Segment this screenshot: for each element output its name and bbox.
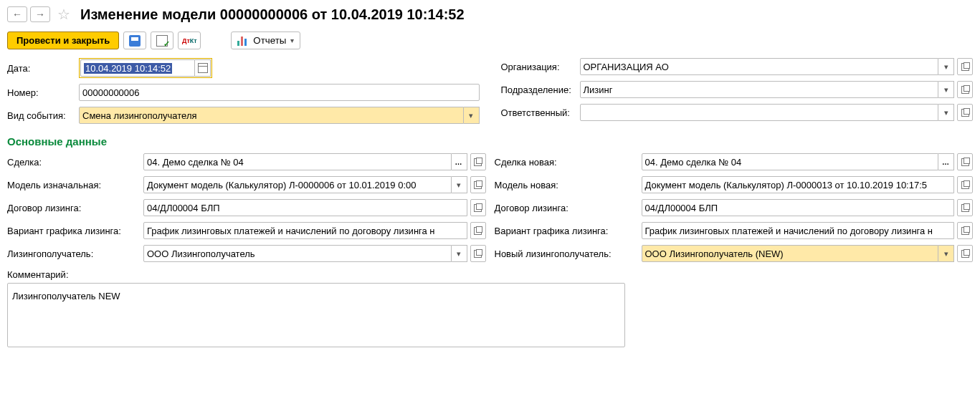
favorite-star-button[interactable]: ☆ xyxy=(54,6,73,23)
model-dropdown-button[interactable]: ▾ xyxy=(452,176,467,193)
lessee-new-dropdown-button[interactable]: ▾ xyxy=(938,245,954,262)
model-new-open-button[interactable] xyxy=(957,176,973,193)
reports-label: Отчеты xyxy=(253,35,286,46)
section-title: Основные данные xyxy=(7,135,973,148)
star-icon: ☆ xyxy=(57,6,70,22)
dept-dropdown-button[interactable]: ▾ xyxy=(938,81,954,98)
number-label: Номер: xyxy=(7,87,79,98)
open-icon xyxy=(474,181,482,189)
dept-open-button[interactable] xyxy=(957,81,973,98)
lessee-open-button[interactable] xyxy=(470,245,486,262)
model-open-button[interactable] xyxy=(470,176,486,193)
resp-dropdown-button[interactable]: ▾ xyxy=(938,104,954,121)
chevron-down-icon: ▾ xyxy=(944,85,948,95)
deal-pick-button[interactable]: … xyxy=(452,153,467,170)
chevron-down-icon: ▾ xyxy=(469,111,473,120)
debit-credit-icon: ДтКт xyxy=(184,35,195,47)
save-button[interactable] xyxy=(123,32,146,49)
model-label: Модель изначальная: xyxy=(7,180,143,190)
dtkt-button[interactable]: ДтКт xyxy=(178,32,201,49)
schedule-new-label: Вариант графика лизинга: xyxy=(495,226,642,236)
chevron-down-icon: ▾ xyxy=(457,249,461,259)
contract-label: Договор лизинга: xyxy=(7,203,143,213)
open-icon xyxy=(474,250,482,258)
reports-button[interactable]: Отчеты ▾ xyxy=(231,32,300,49)
document-check-icon xyxy=(156,35,168,47)
open-icon xyxy=(474,227,482,235)
open-icon xyxy=(961,158,969,166)
chevron-down-icon: ▾ xyxy=(457,180,461,190)
open-icon xyxy=(961,86,969,94)
contract-new-open-button[interactable] xyxy=(957,199,973,216)
arrow-right-icon: → xyxy=(35,9,45,20)
contract-open-button[interactable] xyxy=(470,199,486,216)
open-icon xyxy=(961,109,969,117)
comment-label: Комментарий: xyxy=(7,269,973,280)
chevron-down-icon: ▾ xyxy=(944,62,948,72)
schedule-new-open-button[interactable] xyxy=(957,222,973,239)
chevron-down-icon: ▾ xyxy=(944,108,948,117)
model-new-input[interactable]: Документ модель (Калькулятор) Л-0000013 … xyxy=(642,176,955,193)
deal-new-pick-button[interactable]: … xyxy=(938,153,954,170)
org-open-button[interactable] xyxy=(957,58,973,75)
open-icon xyxy=(961,227,969,235)
chevron-down-icon: ▾ xyxy=(944,249,948,259)
lessee-label: Лизингополучатель: xyxy=(7,248,143,259)
lessee-input[interactable]: ООО Лизингополучатель xyxy=(143,245,452,262)
schedule-label: Вариант графика лизинга: xyxy=(7,226,143,236)
number-input[interactable]: 00000000006 xyxy=(79,84,480,101)
dots-icon: … xyxy=(455,158,463,166)
event-label: Вид события: xyxy=(7,110,79,121)
resp-open-button[interactable] xyxy=(957,104,973,121)
model-input[interactable]: Документ модель (Калькулятор) Л-0000006 … xyxy=(143,176,452,193)
nav-back-button[interactable]: ← xyxy=(7,6,27,22)
chevron-down-icon: ▾ xyxy=(290,37,294,44)
calendar-button[interactable] xyxy=(195,59,211,77)
deal-new-input[interactable]: 04. Демо сделка № 04 xyxy=(642,153,939,170)
dept-label: Подразделение: xyxy=(501,84,580,95)
schedule-input[interactable]: График лизинговых платежей и начислений … xyxy=(143,222,467,239)
deal-label: Сделка: xyxy=(7,157,143,168)
calendar-icon xyxy=(198,63,208,73)
event-dropdown-button[interactable]: ▾ xyxy=(464,107,480,124)
open-icon xyxy=(474,158,482,166)
resp-label: Ответственный: xyxy=(501,107,580,118)
contract-input[interactable]: 04/ДЛ00004 БЛП xyxy=(143,199,467,216)
open-icon xyxy=(961,181,969,189)
comment-textarea[interactable]: Лизингополучатель NEW xyxy=(7,283,625,347)
org-label: Организация: xyxy=(501,62,580,72)
post-and-close-button[interactable]: Провести и закрыть xyxy=(7,32,119,49)
open-icon xyxy=(961,250,969,258)
lessee-new-label: Новый лизингополучатель: xyxy=(495,248,642,259)
resp-input[interactable] xyxy=(580,104,939,121)
lessee-new-input[interactable]: ООО Лизингополучатель (NEW) xyxy=(642,245,939,262)
lessee-new-open-button[interactable] xyxy=(957,245,973,262)
save-icon xyxy=(129,35,141,47)
contract-new-label: Договор лизинга: xyxy=(495,203,642,213)
date-label: Дата: xyxy=(7,63,79,74)
lessee-dropdown-button[interactable]: ▾ xyxy=(452,245,467,262)
model-new-label: Модель новая: xyxy=(495,180,642,190)
post-button[interactable] xyxy=(151,32,173,49)
nav-forward-button[interactable]: → xyxy=(30,6,50,22)
open-icon xyxy=(961,204,969,212)
org-dropdown-button[interactable]: ▾ xyxy=(938,58,954,75)
deal-new-open-button[interactable] xyxy=(957,153,973,170)
dots-icon: … xyxy=(942,158,950,166)
date-input[interactable]: 10.04.2019 10:14:52 xyxy=(80,59,195,77)
org-input[interactable]: ОРГАНИЗАЦИЯ АО xyxy=(580,58,939,75)
chart-icon xyxy=(237,36,249,46)
open-icon xyxy=(961,63,969,71)
contract-new-input[interactable]: 04/ДЛ00004 БЛП xyxy=(642,199,955,216)
schedule-new-input[interactable]: График лизинговых платежей и начислений … xyxy=(642,222,955,239)
schedule-open-button[interactable] xyxy=(470,222,486,239)
toolbar: Провести и закрыть ДтКт Отчеты ▾ xyxy=(7,32,973,49)
deal-open-button[interactable] xyxy=(470,153,486,170)
dept-input[interactable]: Лизинг xyxy=(580,81,939,98)
arrow-left-icon: ← xyxy=(12,9,22,20)
open-icon xyxy=(474,204,482,212)
deal-input[interactable]: 04. Демо сделка № 04 xyxy=(143,153,452,170)
page-title: Изменение модели 00000000006 от 10.04.20… xyxy=(80,6,465,23)
deal-new-label: Сделка новая: xyxy=(495,157,642,168)
event-input[interactable]: Смена лизингополучателя xyxy=(79,107,464,124)
